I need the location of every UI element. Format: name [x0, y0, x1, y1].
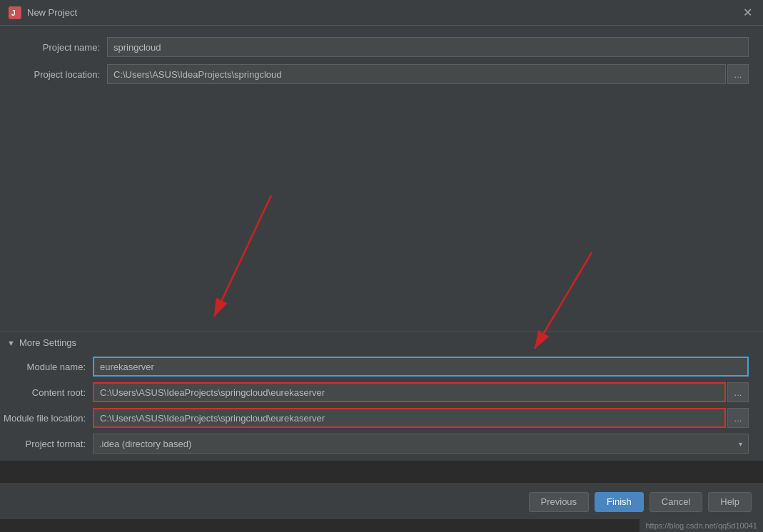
- dialog-window: J New Project ✕ Project name: Project lo…: [0, 0, 763, 532]
- title-bar: J New Project ✕: [0, 0, 763, 26]
- module-file-browse-button[interactable]: ...: [727, 408, 749, 428]
- finish-button[interactable]: Finish: [595, 492, 644, 512]
- project-location-browse-button[interactable]: ...: [727, 64, 749, 84]
- module-name-row: Module name:: [0, 357, 763, 377]
- more-settings-header[interactable]: ▼ More Settings: [0, 331, 763, 352]
- arrow-annotation-1: [0, 96, 763, 331]
- project-location-input[interactable]: [107, 64, 726, 84]
- previous-button[interactable]: Previous: [529, 492, 590, 512]
- project-name-row: Project name:: [14, 37, 749, 57]
- middle-area: [0, 96, 763, 331]
- content-root-input[interactable]: [93, 382, 726, 402]
- module-file-row: Module file location: ...: [0, 408, 763, 428]
- status-bar: https://blog.csdn.net/qq5d10041: [640, 519, 763, 532]
- svg-text:J: J: [11, 9, 16, 17]
- close-button[interactable]: ✕: [740, 6, 754, 20]
- help-button[interactable]: Help: [708, 492, 752, 512]
- module-name-label: Module name:: [0, 362, 93, 372]
- app-icon: J: [9, 6, 21, 19]
- content-root-row: Content root: ...: [0, 382, 763, 402]
- status-url: https://blog.csdn.net/qq5d10041: [645, 521, 757, 530]
- svg-line-3: [214, 195, 271, 317]
- content-root-browse-button[interactable]: ...: [727, 382, 749, 402]
- module-name-input[interactable]: [93, 357, 749, 377]
- content-root-label: Content root:: [0, 387, 93, 398]
- project-format-label: Project format:: [0, 439, 93, 449]
- button-bar: Previous Finish Cancel Help: [0, 484, 763, 519]
- project-format-dropdown[interactable]: .idea (directory based) ▾: [93, 434, 749, 454]
- more-settings-section: ▼ More Settings Module name: Content roo…: [0, 331, 763, 461]
- window-title: New Project: [27, 7, 740, 18]
- more-settings-label: More Settings: [19, 337, 76, 348]
- module-file-input[interactable]: [93, 408, 726, 428]
- project-location-row: Project location: ...: [14, 64, 749, 84]
- project-format-row: Project format: .idea (directory based) …: [0, 434, 763, 454]
- dropdown-arrow-icon: ▾: [739, 440, 742, 448]
- more-settings-content: Module name: Content root: ... Module fi…: [0, 352, 763, 461]
- collapse-icon: ▼: [7, 339, 15, 347]
- module-file-label: Module file location:: [0, 413, 93, 424]
- project-format-value: .idea (directory based): [99, 439, 191, 449]
- project-name-label: Project name:: [14, 42, 107, 53]
- project-name-input[interactable]: [107, 37, 749, 57]
- project-location-label: Project location:: [14, 69, 107, 80]
- cancel-button[interactable]: Cancel: [650, 492, 702, 512]
